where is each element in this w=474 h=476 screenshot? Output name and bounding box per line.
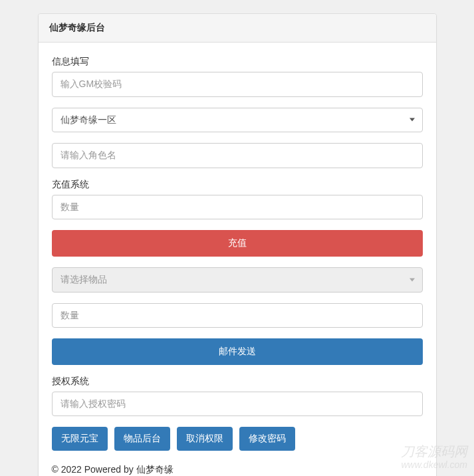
info-section-label: 信息填写 xyxy=(52,56,423,68)
auth-section-label: 授权系统 xyxy=(52,376,423,388)
footer-text: © 2022 Powered by 仙梦奇缘 xyxy=(52,464,423,476)
server-select-value: 仙梦奇缘一区 xyxy=(52,108,423,133)
role-name-input[interactable] xyxy=(52,143,423,168)
panel-header: 仙梦奇缘后台 xyxy=(39,14,436,43)
recharge-section-label: 充值系统 xyxy=(52,179,423,191)
caret-down-icon xyxy=(410,118,415,122)
item-backend-button[interactable]: 物品后台 xyxy=(114,427,170,451)
item-select-value: 请选择物品 xyxy=(52,267,423,293)
recharge-button[interactable]: 充值 xyxy=(52,230,423,257)
cancel-auth-button[interactable]: 取消权限 xyxy=(177,427,233,451)
change-password-button[interactable]: 修改密码 xyxy=(239,427,295,451)
admin-panel: 仙梦奇缘后台 信息填写 仙梦奇缘一区 充值系统 充值 请选择物品 邮件发送 授权… xyxy=(38,13,437,476)
server-select[interactable]: 仙梦奇缘一区 xyxy=(52,108,423,133)
mail-send-button[interactable]: 邮件发送 xyxy=(52,338,423,365)
mail-qty-input[interactable] xyxy=(52,303,423,328)
recharge-qty-input[interactable] xyxy=(52,195,423,220)
auth-password-input[interactable] xyxy=(52,392,423,417)
caret-down-icon xyxy=(410,278,415,281)
action-button-row: 无限元宝 物品后台 取消权限 修改密码 xyxy=(52,427,423,451)
unlimited-yuanbao-button[interactable]: 无限元宝 xyxy=(52,427,108,451)
panel-body: 信息填写 仙梦奇缘一区 充值系统 充值 请选择物品 邮件发送 授权系统 无限元宝… xyxy=(39,43,436,476)
panel-title: 仙梦奇缘后台 xyxy=(49,22,105,33)
item-select[interactable]: 请选择物品 xyxy=(52,267,423,293)
gm-code-input[interactable] xyxy=(52,72,423,97)
